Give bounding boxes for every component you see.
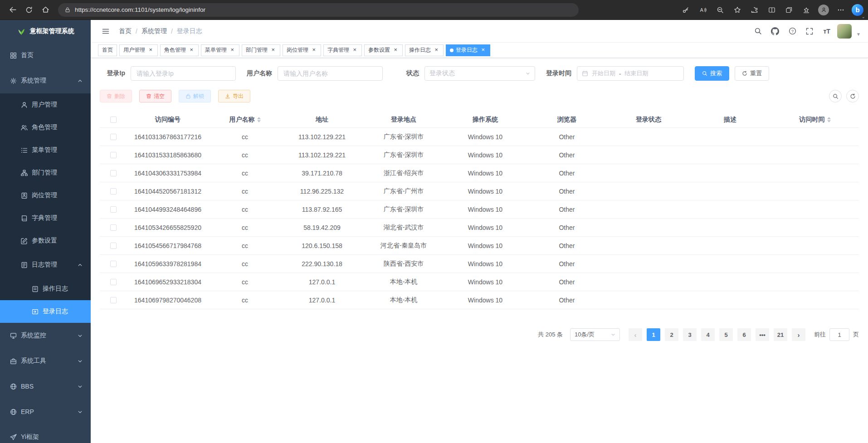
page-number-button[interactable]: 4 — [701, 328, 715, 341]
sidebar-item-post-mgmt[interactable]: 岗位管理 — [0, 184, 91, 207]
select-all-checkbox[interactable] — [110, 117, 117, 123]
tab-close-icon[interactable]: × — [351, 47, 358, 54]
font-size-icon[interactable]: тT — [820, 24, 834, 38]
next-page-button[interactable]: › — [792, 328, 805, 341]
extensions-puzzle-icon[interactable] — [746, 3, 763, 17]
favorites-star-icon[interactable] — [729, 3, 746, 17]
page-number-button[interactable]: 1 — [647, 328, 660, 341]
sidebar-item-operation-log[interactable]: 操作日志 — [0, 277, 91, 300]
tab[interactable]: 字典管理 × — [323, 44, 362, 56]
browser-essentials-icon[interactable] — [798, 3, 814, 17]
page-number-button[interactable]: ••• — [756, 328, 769, 341]
page-number-button[interactable]: 2 — [665, 328, 678, 341]
sidebar-item-erp[interactable]: ERP — [0, 399, 91, 424]
address-bar[interactable]: https://ccnetcore.com:1101/system/log/lo… — [58, 3, 579, 17]
tab[interactable]: 角色管理 × — [160, 44, 199, 56]
sort-carets-icon[interactable] — [827, 117, 831, 122]
tab[interactable]: 菜单管理 × — [201, 44, 239, 56]
app-logo[interactable]: 意框架管理系统 — [0, 20, 91, 43]
sidebar-item-menu-mgmt[interactable]: 菜单管理 — [0, 139, 91, 161]
prev-page-button[interactable]: ‹ — [629, 328, 642, 341]
github-icon[interactable] — [768, 24, 782, 38]
tab-close-icon[interactable]: × — [480, 47, 486, 54]
refresh-table-button[interactable] — [846, 90, 859, 102]
tab[interactable]: 用户管理 × — [119, 44, 158, 56]
breadcrumb-system-mgmt[interactable]: 系统管理 — [141, 27, 167, 35]
row-checkbox[interactable] — [110, 243, 117, 249]
back-icon[interactable] — [5, 3, 21, 17]
home-icon[interactable] — [37, 3, 54, 17]
tab-close-icon[interactable]: × — [188, 47, 195, 54]
row-checkbox[interactable] — [110, 188, 117, 195]
sort-carets-icon[interactable] — [257, 117, 261, 122]
help-icon[interactable]: ? — [785, 24, 799, 38]
date-range-picker[interactable]: 开始日期 - 结束日期 — [577, 66, 684, 81]
toolbar-overflow-chevron-icon[interactable]: ⌄ — [862, 14, 865, 19]
page-number-button[interactable]: 21 — [774, 328, 787, 341]
sidebar-item-login-log[interactable]: 登录日志 — [0, 300, 91, 323]
search-icon[interactable] — [751, 24, 765, 38]
user-avatar[interactable] — [837, 24, 852, 39]
login-ip-input[interactable] — [131, 66, 236, 81]
search-button[interactable]: 搜索 — [695, 66, 729, 81]
avatar-caret-down-icon[interactable]: ▼ — [856, 32, 861, 39]
goto-page-input[interactable] — [829, 328, 849, 341]
toggle-search-button[interactable] — [829, 90, 842, 102]
sidebar-item-bbs[interactable]: BBS — [0, 374, 91, 399]
row-checkbox[interactable] — [110, 224, 117, 231]
status-select[interactable]: 登录状态 — [424, 66, 535, 81]
tab[interactable]: 部门管理 × — [242, 44, 280, 56]
row-checkbox[interactable] — [110, 297, 117, 303]
tab-close-icon[interactable]: × — [433, 47, 439, 54]
row-checkbox[interactable] — [110, 206, 117, 213]
tab[interactable]: 登录日志 × — [446, 44, 490, 56]
clear-button[interactable]: 清空 — [139, 90, 171, 102]
tab-close-icon[interactable]: × — [392, 47, 399, 54]
sidebar-item-user-mgmt[interactable]: 用户管理 — [0, 93, 91, 116]
reset-button[interactable]: 重置 — [735, 66, 769, 81]
sidebar-item-log-mgmt[interactable]: 日志管理 — [0, 252, 91, 277]
password-key-icon[interactable] — [678, 3, 694, 17]
collections-icon[interactable] — [781, 3, 797, 17]
more-menu-icon[interactable] — [833, 3, 849, 17]
row-checkbox[interactable] — [110, 279, 117, 285]
page-number-button[interactable]: 3 — [683, 328, 697, 341]
tab-close-icon[interactable]: × — [229, 47, 235, 54]
breadcrumb-home[interactable]: 首页 — [119, 27, 132, 35]
fullscreen-icon[interactable] — [803, 24, 816, 38]
sidebar-item-home[interactable]: 首页 — [0, 43, 91, 68]
tab-close-icon[interactable]: × — [311, 47, 317, 54]
export-button[interactable]: 导出 — [218, 90, 250, 102]
page-number-button[interactable]: 5 — [719, 328, 733, 341]
site-lock-icon[interactable] — [64, 7, 71, 13]
hamburger-icon[interactable] — [98, 24, 113, 39]
zoom-icon[interactable] — [712, 3, 728, 17]
sidebar-item-system-monitor[interactable]: 系统监控 — [0, 323, 91, 348]
sidebar-item-system-tools[interactable]: 系统工具 — [0, 348, 91, 374]
row-checkbox[interactable] — [110, 170, 117, 176]
tab-close-icon[interactable]: × — [147, 47, 154, 54]
delete-button[interactable]: 删除 — [100, 90, 132, 102]
sidebar-item-dept-mgmt[interactable]: 部门管理 — [0, 161, 91, 184]
unlock-button[interactable]: 解锁 — [179, 90, 211, 102]
sidebar-item-system-mgmt[interactable]: 系统管理 — [0, 68, 91, 93]
tab[interactable]: 操作日志 × — [405, 44, 444, 56]
profile-avatar[interactable] — [815, 3, 832, 17]
tab[interactable]: 首页 — [98, 44, 117, 56]
tab-close-icon[interactable]: × — [270, 47, 276, 54]
page-size-select[interactable]: 10条/页 — [570, 328, 620, 341]
tab[interactable]: 参数设置 × — [364, 44, 403, 56]
refresh-icon[interactable] — [21, 3, 37, 17]
row-checkbox[interactable] — [110, 134, 117, 140]
username-input[interactable] — [278, 66, 383, 81]
page-number-button[interactable]: 6 — [737, 328, 751, 341]
sidebar-item-role-mgmt[interactable]: 角色管理 — [0, 116, 91, 139]
row-checkbox[interactable] — [110, 152, 117, 158]
sidebar-item-dict-mgmt[interactable]: 字典管理 — [0, 207, 91, 229]
tab[interactable]: 岗位管理 × — [283, 44, 321, 56]
row-checkbox[interactable] — [110, 261, 117, 267]
sidebar-item-param-settings[interactable]: 参数设置 — [0, 229, 91, 252]
sidebar-item-yi-framework[interactable]: Yi框架 — [0, 424, 91, 443]
split-screen-icon[interactable] — [764, 3, 780, 17]
read-aloud-icon[interactable]: A — [695, 3, 711, 17]
